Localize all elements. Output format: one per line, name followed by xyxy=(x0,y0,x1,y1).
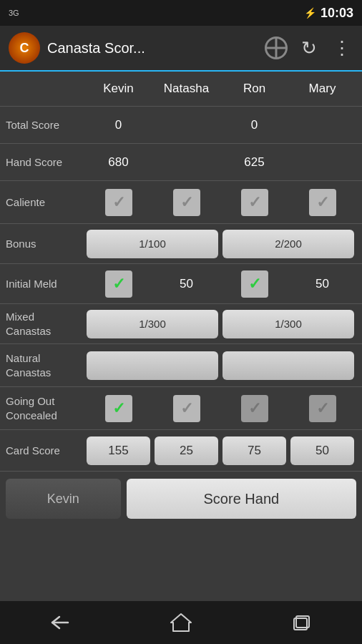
going-out-mary-check-icon: ✓ xyxy=(316,401,329,416)
svg-marker-1 xyxy=(171,614,191,631)
refresh-icon[interactable]: ↻ xyxy=(298,36,321,59)
bonus-row: Bonus 1/100 2/200 xyxy=(0,223,362,263)
initial-meld-row: Initial Meld ✓ 50 ✓ 50 xyxy=(0,263,362,303)
going-out-kevin-check-icon: ✓ xyxy=(112,401,125,416)
total-score-ron: 0 xyxy=(220,118,288,132)
going-out-natasha-check-icon: ✓ xyxy=(180,401,193,416)
initial-meld-kevin-check-icon: ✓ xyxy=(112,276,125,292)
going-out-kevin-cell: ✓ xyxy=(84,395,152,422)
kevin-button[interactable]: Kevin xyxy=(6,479,121,519)
status-bar: 3G ⚡ 10:03 xyxy=(0,0,362,26)
caliente-mary-cell: ✓ xyxy=(288,189,356,216)
caliente-natasha-check-icon: ✓ xyxy=(180,195,193,210)
hand-score-row: Hand Score 680 625 xyxy=(0,143,362,180)
going-out-ron-check-icon: ✓ xyxy=(248,401,261,416)
total-score-row: Total Score 0 0 xyxy=(0,106,362,143)
bonus-ron-mary-btn[interactable]: 2/200 xyxy=(222,230,354,258)
natural-canastas-ron-mary-btn[interactable] xyxy=(222,351,354,380)
player-natasha: Natasha xyxy=(152,82,220,96)
hand-score-kevin: 680 xyxy=(84,155,152,170)
hand-score-ron: 625 xyxy=(220,155,288,170)
card-score-mary[interactable]: 50 xyxy=(290,436,354,465)
going-out-kevin-checkbox[interactable]: ✓ xyxy=(105,395,132,422)
going-out-concealed-row: Going Out Concealed ✓ ✓ ✓ ✓ xyxy=(0,386,362,429)
card-score-label: Card Score xyxy=(6,444,84,458)
home-nav-button[interactable] xyxy=(160,608,202,637)
initial-meld-ron-cell: ✓ xyxy=(220,270,288,298)
natural-canastas-row: Natural Canastas xyxy=(0,343,362,386)
initial-meld-kevin-cell: ✓ xyxy=(84,270,152,298)
caliente-mary-check-icon: ✓ xyxy=(316,195,329,210)
caliente-kevin-cell: ✓ xyxy=(84,189,152,216)
bonus-kevin-natasha-btn[interactable]: 1/100 xyxy=(87,230,218,258)
card-score-ron[interactable]: 75 xyxy=(222,436,286,465)
app-title: Canasta Scor... xyxy=(47,40,258,57)
going-out-mary-checkbox[interactable]: ✓ xyxy=(309,395,336,422)
back-nav-button[interactable] xyxy=(39,608,82,637)
caliente-mary-checkbox[interactable]: ✓ xyxy=(309,189,336,216)
bottom-buttons: Kevin Score Hand xyxy=(0,471,362,526)
card-score-natasha[interactable]: 25 xyxy=(155,436,218,465)
initial-meld-kevin-checkbox[interactable]: ✓ xyxy=(105,270,132,298)
going-out-ron-checkbox[interactable]: ✓ xyxy=(241,395,268,422)
player-header-row: Kevin Natasha Ron Mary xyxy=(0,72,362,106)
total-score-kevin: 0 xyxy=(84,118,152,132)
card-score-row: Card Score 155 25 75 50 xyxy=(0,429,362,471)
battery-icon: ⚡ xyxy=(304,7,316,19)
initial-meld-label: Initial Meld xyxy=(6,277,84,291)
caliente-kevin-checkbox[interactable]: ✓ xyxy=(105,189,132,216)
toolbar-icons: ↻ ⋮ xyxy=(265,36,353,59)
total-score-label: Total Score xyxy=(6,118,84,132)
caliente-ron-checkbox[interactable]: ✓ xyxy=(241,189,268,216)
status-time: 10:03 xyxy=(321,6,353,21)
caliente-label: Caliente xyxy=(6,195,84,210)
player-kevin: Kevin xyxy=(84,82,152,96)
mixed-canastas-kevin-natasha-btn[interactable]: 1/300 xyxy=(87,310,218,338)
app-bar: C Canasta Scor... ↻ ⋮ xyxy=(0,26,362,72)
signal-indicator: 3G xyxy=(9,9,19,17)
player-ron: Ron xyxy=(220,82,288,96)
recents-nav-button[interactable] xyxy=(280,608,323,637)
caliente-kevin-check-icon: ✓ xyxy=(112,195,125,210)
going-out-natasha-cell: ✓ xyxy=(152,395,220,422)
mixed-canastas-label: Mixed Canastas xyxy=(6,310,84,338)
caliente-natasha-checkbox[interactable]: ✓ xyxy=(173,189,200,216)
player-mary: Mary xyxy=(288,82,356,96)
caliente-ron-check-icon: ✓ xyxy=(248,195,261,210)
card-score-kevin[interactable]: 155 xyxy=(87,436,150,465)
mixed-canastas-row: Mixed Canastas 1/300 1/300 xyxy=(0,303,362,343)
initial-meld-natasha: 50 xyxy=(152,277,220,291)
natural-canastas-label: Natural Canastas xyxy=(6,351,84,379)
caliente-row: Caliente ✓ ✓ ✓ ✓ xyxy=(0,180,362,223)
app-logo: C xyxy=(9,32,40,64)
going-out-mary-cell: ✓ xyxy=(288,395,356,422)
initial-meld-ron-check-icon: ✓ xyxy=(248,276,261,292)
more-options-icon[interactable]: ⋮ xyxy=(331,36,353,59)
bonus-label: Bonus xyxy=(6,237,84,251)
natural-canastas-kevin-natasha-btn[interactable] xyxy=(87,351,218,380)
going-out-concealed-label: Going Out Concealed xyxy=(6,394,84,422)
going-out-ron-cell: ✓ xyxy=(220,395,288,422)
nav-bar xyxy=(0,601,362,644)
going-out-natasha-checkbox[interactable]: ✓ xyxy=(173,395,200,422)
initial-meld-ron-checkbox[interactable]: ✓ xyxy=(241,270,268,298)
lifebuoy-icon[interactable] xyxy=(265,36,288,59)
caliente-ron-cell: ✓ xyxy=(220,189,288,216)
score-hand-button[interactable]: Score Hand xyxy=(127,479,356,519)
main-content: Kevin Natasha Ron Mary Total Score 0 0 H… xyxy=(0,72,362,526)
initial-meld-mary: 50 xyxy=(288,277,356,291)
mixed-canastas-ron-mary-btn[interactable]: 1/300 xyxy=(222,310,354,338)
caliente-natasha-cell: ✓ xyxy=(152,189,220,216)
hand-score-label: Hand Score xyxy=(6,155,84,170)
